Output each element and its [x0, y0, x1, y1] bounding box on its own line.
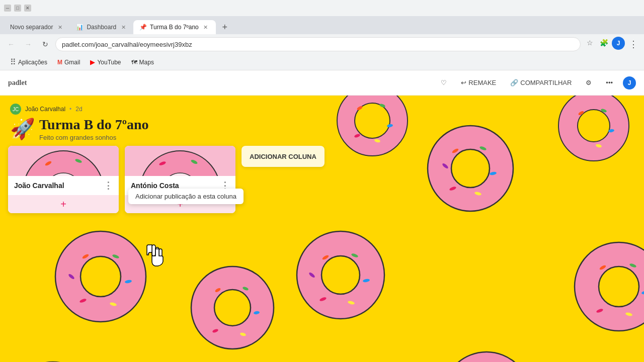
- like-button[interactable]: ♡: [437, 77, 451, 88]
- padlet-header: padlet ♡ ↩ REMAKE 🔗 COMPARTILHAR ⚙ ••• J: [0, 70, 644, 96]
- tab-novo-separador[interactable]: Novo separador ✕: [4, 20, 70, 34]
- add-column-label: ADICIONAR COLUNA: [250, 153, 316, 160]
- tabs-bar: Novo separador ✕ 📊 Dashboard ✕ 📌 Turma B…: [0, 16, 644, 34]
- svg-point-45: [599, 266, 639, 307]
- svg-point-16: [578, 110, 610, 142]
- column-joao-carvalhal: João Carvalhal ⋮ +: [8, 146, 119, 213]
- tooltip-add-publication: Adicionar publicação a esta coluna: [128, 189, 244, 204]
- browser-menu-button[interactable]: ⋮: [627, 37, 640, 52]
- browser-window: ─ □ ✕ Novo separador ✕ 📊 Dashboard ✕ 📌 T…: [0, 0, 644, 362]
- address-text: padlet.com/joao_carvalhal/eoymeesivrj39x…: [62, 41, 192, 48]
- column-top-image-2: [125, 146, 235, 176]
- svg-point-75: [23, 151, 104, 176]
- tab-label: Turma B do 7ºano: [150, 24, 199, 31]
- new-tab-button[interactable]: +: [218, 20, 232, 34]
- title-bar: ─ □ ✕: [0, 0, 644, 16]
- column-image-svg-2: [125, 146, 235, 176]
- svg-point-22: [80, 256, 121, 297]
- tab-close-icon[interactable]: ✕: [119, 23, 127, 31]
- bookmark-apps[interactable]: ⠿ Aplicações: [6, 56, 51, 68]
- minimize-button[interactable]: ─: [4, 5, 11, 12]
- close-button[interactable]: ✕: [24, 5, 31, 12]
- tab-dashboard[interactable]: 📊 Dashboard ✕: [70, 20, 133, 34]
- svg-point-8: [451, 149, 490, 188]
- youtube-icon: ▶: [90, 58, 95, 66]
- extension-icon[interactable]: 🧩: [598, 37, 610, 49]
- tab-favicon: 📊: [76, 24, 84, 31]
- forward-button[interactable]: →: [21, 37, 35, 51]
- board-subtitle: Feito com grandes sonhos: [39, 134, 149, 141]
- bookmark-maps[interactable]: 🗺 Maps: [127, 58, 158, 67]
- donut-bg-6: [292, 226, 390, 324]
- bookmarks-bar: ⠿ Aplicações M Gmail ▶ YouTube 🗺 Maps: [0, 54, 644, 70]
- column-menu-button-1[interactable]: ⋮: [104, 181, 113, 190]
- tab-close-icon[interactable]: ✕: [56, 23, 64, 31]
- gear-icon: ⚙: [586, 79, 592, 86]
- bookmark-youtube[interactable]: ▶ YouTube: [86, 57, 125, 67]
- add-column-button[interactable]: ADICIONAR COLUNA: [242, 146, 325, 167]
- bookmark-label: Maps: [139, 59, 154, 66]
- board-meta: JC João Carvalhal • 2d: [10, 104, 149, 115]
- user-avatar: JC: [10, 104, 21, 115]
- svg-point-37: [321, 256, 360, 294]
- address-input[interactable]: padlet.com/joao_carvalhal/eoymeesivrj39x…: [55, 37, 581, 51]
- remake-label: REMAKE: [468, 79, 496, 86]
- donut-bg-5: [186, 261, 279, 354]
- rocket-icon: 🚀: [10, 117, 35, 141]
- remake-icon: ↩: [461, 79, 466, 86]
- username: João Carvalhal: [25, 106, 65, 113]
- more-menu-button[interactable]: •••: [602, 77, 617, 88]
- bookmark-label: YouTube: [97, 59, 121, 66]
- address-icons: ☆ 🧩 J ⋮: [584, 37, 640, 52]
- column-image-svg-1: [8, 146, 119, 176]
- settings-button[interactable]: ⚙: [582, 77, 596, 88]
- tab-label: Novo separador: [10, 24, 53, 31]
- donut-bg-4: [50, 226, 151, 327]
- share-button[interactable]: 🔗 COMPARTILHAR: [506, 77, 576, 88]
- svg-point-81: [140, 151, 220, 176]
- svg-point-30: [214, 290, 251, 326]
- bookmark-gmail[interactable]: M Gmail: [53, 58, 84, 67]
- padlet-content: JC João Carvalhal • 2d 🚀 Turma B do 7ºan…: [0, 96, 644, 362]
- separator: •: [69, 106, 71, 113]
- avatar-initials: JC: [13, 107, 19, 112]
- donut-bg-8: [5, 357, 101, 362]
- heart-icon: ♡: [441, 79, 447, 86]
- column-title-1: João Carvalhal: [14, 182, 64, 190]
- profile-button[interactable]: J: [612, 37, 625, 50]
- more-icon: •••: [606, 79, 613, 86]
- refresh-button[interactable]: ↻: [38, 37, 52, 51]
- bookmark-icon[interactable]: ☆: [584, 37, 596, 49]
- window-controls: ─ □ ✕: [4, 5, 31, 12]
- donut-bg-11: [438, 347, 536, 362]
- donut-bg-2: [423, 121, 518, 216]
- back-button[interactable]: ←: [4, 37, 18, 51]
- add-icon-1: +: [60, 199, 66, 210]
- tab-turma-b[interactable]: 📌 Turma B do 7ºano ✕: [133, 20, 216, 34]
- tab-favicon: 📌: [139, 24, 147, 31]
- share-label: COMPARTILHAR: [520, 79, 572, 86]
- donut-bg-3: [553, 96, 634, 166]
- remake-button[interactable]: ↩ REMAKE: [457, 77, 500, 88]
- user-avatar-header[interactable]: J: [623, 76, 636, 89]
- board-title-text-block: Turma B do 7ºano Feito com grandes sonho…: [39, 117, 149, 141]
- gmail-icon: M: [57, 59, 62, 66]
- board-title-section: JC João Carvalhal • 2d 🚀 Turma B do 7ºan…: [0, 96, 159, 149]
- header-actions: ♡ ↩ REMAKE 🔗 COMPARTILHAR ⚙ ••• J: [437, 76, 636, 89]
- share-icon: 🔗: [510, 79, 518, 86]
- donut-bg-7: [569, 236, 644, 337]
- bookmark-label: Gmail: [64, 59, 80, 66]
- tooltip-text: Adicionar publicação a esta coluna: [135, 193, 236, 200]
- address-bar: ← → ↻ padlet.com/joao_carvalhal/eoymeesi…: [0, 34, 644, 54]
- column-header-1: João Carvalhal ⋮: [8, 176, 119, 195]
- maximize-button[interactable]: □: [14, 5, 21, 12]
- board-title: Turma B do 7ºano: [39, 117, 149, 133]
- svg-point-67: [443, 352, 530, 362]
- bookmark-label: Aplicações: [18, 59, 47, 66]
- apps-grid-icon: ⠿: [10, 57, 16, 67]
- padlet-logo[interactable]: padlet: [8, 79, 27, 87]
- add-card-button-1[interactable]: +: [8, 195, 119, 213]
- tab-label: Dashboard: [87, 24, 116, 31]
- maps-icon: 🗺: [131, 59, 137, 66]
- tab-close-icon[interactable]: ✕: [202, 23, 210, 31]
